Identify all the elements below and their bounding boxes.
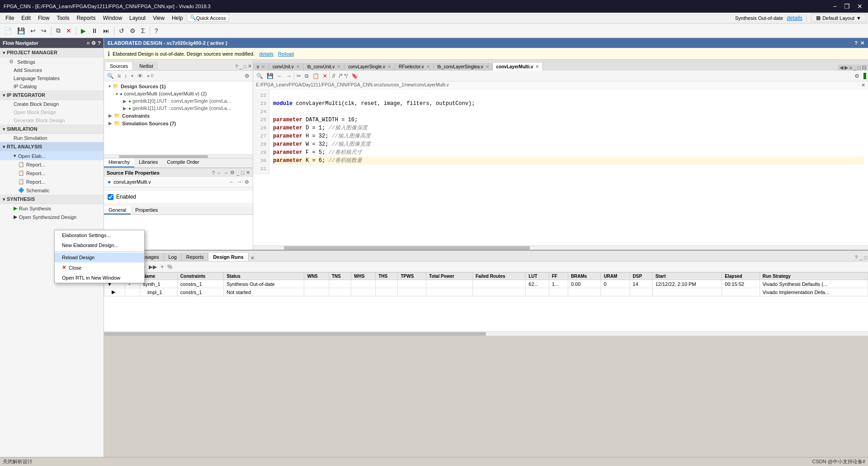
menu-help[interactable]: Help (168, 14, 187, 22)
tab-max-button[interactable]: ⊡ (862, 65, 866, 71)
sources-settings-button[interactable]: ⚙ (243, 72, 251, 80)
props-tab-general[interactable]: General (104, 206, 131, 214)
tree-node-genblk0[interactable]: ▶ ● genblk1[0].UUT : convLayerSingle (co… (105, 97, 252, 105)
col-name[interactable]: Name (140, 273, 178, 280)
tab-close-icon[interactable]: ✕ (261, 64, 265, 69)
sub-tab-hierarchy[interactable]: Hierarchy (104, 158, 134, 167)
sidebar-item-report-2[interactable]: 📋 Report... (0, 169, 104, 177)
tab-close-icon[interactable]: ✕ (337, 64, 340, 69)
sidebar-item-report-3[interactable]: 📋 Report... (0, 177, 104, 186)
sources-view-button[interactable]: 👁 (136, 72, 144, 80)
col-failed-routes[interactable]: Failed Routes (472, 273, 525, 280)
settings-button[interactable]: ⚙ (127, 26, 138, 36)
code-tab-v[interactable]: v ✕ (253, 63, 269, 71)
tab-prev-button[interactable]: ◀ (840, 65, 843, 71)
source-next-file-button[interactable]: → (237, 179, 242, 185)
code-cut-button[interactable]: ✂ (295, 72, 302, 80)
tab-close-icon[interactable]: ✕ (535, 64, 539, 69)
tree-node-simulation[interactable]: ▶ 📁 Simulation Sources (7) (105, 119, 252, 127)
sidebar-item-add-sources[interactable]: Add Sources (0, 66, 104, 74)
bottom-tab-design-runs[interactable]: Design Runs (208, 253, 248, 261)
col-constraints[interactable]: Constraints (177, 273, 223, 280)
bottom-tab-log[interactable]: Log (164, 253, 182, 261)
step-button[interactable]: ⏭ (101, 26, 112, 36)
col-elapsed[interactable]: Elapsed (722, 273, 760, 280)
tab-close-icon[interactable]: ✕ (486, 64, 489, 69)
code-comment-button[interactable]: // (331, 72, 337, 80)
source-enabled-checkbox[interactable] (108, 194, 113, 200)
context-menu-item-reload[interactable]: Reload Design (55, 252, 144, 262)
menu-layout[interactable]: Layout (126, 14, 149, 22)
code-save-button[interactable]: 💾 (265, 72, 275, 80)
menu-flow[interactable]: Flow (34, 14, 53, 22)
props-resize-handle-2[interactable] (104, 203, 253, 206)
design-runs-close-button[interactable]: ✕ (250, 255, 255, 261)
tab-netlist[interactable]: Netlist (134, 62, 158, 70)
copy-button[interactable]: ⧉ (54, 25, 63, 36)
col-total-power[interactable]: Total Power (426, 273, 473, 280)
table-row[interactable]: ▼ ✓ synth_1 constrs_1 Synthesis Out-of-d… (104, 280, 868, 288)
undo-button[interactable]: ↩ (28, 26, 38, 36)
nav-section-ip-integrator[interactable]: ▾ IP INTEGRATOR (0, 90, 104, 100)
flow-nav-help-icon[interactable]: ? (98, 40, 101, 46)
code-copy-button[interactable]: ⧉ (303, 72, 310, 80)
context-menu-item-new-elab[interactable]: New Elaborated Design... (55, 240, 144, 250)
nav-section-rtl-analysis[interactable]: ▾ RTL ANALYSIS (0, 142, 104, 152)
code-h-scrollbar[interactable] (253, 245, 868, 250)
col-wns[interactable]: WNS (304, 273, 329, 280)
menu-window[interactable]: Window (99, 14, 126, 22)
run-button[interactable]: ▶ (79, 26, 88, 36)
code-tab-convunit[interactable]: convUnit.v ✕ (269, 63, 304, 71)
code-tab-rfselector[interactable]: RFselector.v ✕ (395, 63, 434, 71)
sidebar-item-report-1[interactable]: 📋 Report... (0, 160, 104, 169)
sources-float-button[interactable]: □ (243, 63, 246, 69)
props-tab-properties[interactable]: Properties (131, 206, 162, 214)
sidebar-item-open-block-design[interactable]: Open Block Design (0, 108, 104, 116)
sources-add-button[interactable]: + (129, 72, 135, 80)
tree-node-design-sources[interactable]: ▾ 📁 Design Sources (1) (105, 82, 252, 90)
new-file-button[interactable]: 📄 (2, 26, 14, 36)
sources-collapse-button[interactable]: ↕ (123, 72, 128, 80)
sum-button[interactable]: Σ (139, 26, 147, 36)
refresh-button[interactable]: ↺ (117, 26, 127, 36)
sidebar-item-open-synthesized-design[interactable]: ▶ Open Synthesized Design (0, 213, 104, 221)
sources-filter-button[interactable]: ≡ (116, 72, 122, 80)
code-search-button[interactable]: 🔍 (255, 72, 264, 80)
source-props-next-button[interactable]: → (223, 170, 228, 176)
col-lut[interactable]: LUT (526, 273, 549, 280)
col-brams[interactable]: BRAMs (568, 273, 601, 280)
source-props-close-button[interactable]: ✕ (246, 170, 250, 176)
col-uram[interactable]: URAM (601, 273, 630, 280)
sources-close-button[interactable]: ✕ (248, 63, 252, 69)
code-tab-tb-convunit[interactable]: tb_convUnit.v ✕ (304, 63, 345, 71)
minimize-button[interactable]: − (831, 3, 839, 10)
sidebar-item-generate-block-design[interactable]: Generate Block Design (0, 116, 104, 124)
restore-button[interactable]: ❐ (842, 3, 852, 10)
source-settings-button[interactable]: ⚙ (245, 179, 249, 185)
bottom-scrollbar-thumb[interactable] (104, 332, 486, 336)
col-run-strategy[interactable]: Run Strategy (760, 273, 868, 280)
menu-file[interactable]: File (2, 14, 18, 22)
code-paste-button[interactable]: 📋 (311, 72, 321, 80)
code-text[interactable]: module convLayerMulti(clk, reset, image,… (269, 90, 868, 175)
source-prev-file-button[interactable]: ← (229, 179, 234, 185)
code-back-button[interactable]: ← (276, 72, 284, 80)
sidebar-item-language-templates[interactable]: Language Templates (0, 74, 104, 82)
props-resize-handle[interactable] (104, 187, 253, 191)
tab-close-icon[interactable]: ✕ (387, 64, 391, 69)
runs-run-all-button[interactable]: ▶▶ (147, 263, 158, 271)
bottom-min-button[interactable]: _ (859, 255, 862, 260)
synthesis-details-link[interactable]: details (787, 15, 802, 21)
elab-close-icon[interactable]: ✕ (860, 40, 864, 46)
col-tns[interactable]: TNS (329, 273, 351, 280)
horizontal-scrollbar[interactable] (104, 154, 253, 158)
tree-node-convlayermulti[interactable]: ▾ ● convLayerMulti (convLayerMulti.v) (2… (105, 90, 252, 97)
col-whs[interactable]: WHS (351, 273, 375, 280)
col-ff[interactable]: FF (549, 273, 568, 280)
code-settings-button[interactable]: ⚙ (853, 72, 861, 80)
code-scrollbar-thumb[interactable] (284, 246, 530, 250)
menu-edit[interactable]: Edit (18, 14, 34, 22)
code-bookmark-button[interactable]: 🔖 (350, 72, 359, 80)
sources-search-button[interactable]: 🔍 (106, 72, 115, 80)
code-uncomment-button[interactable]: /* */ (338, 72, 349, 80)
